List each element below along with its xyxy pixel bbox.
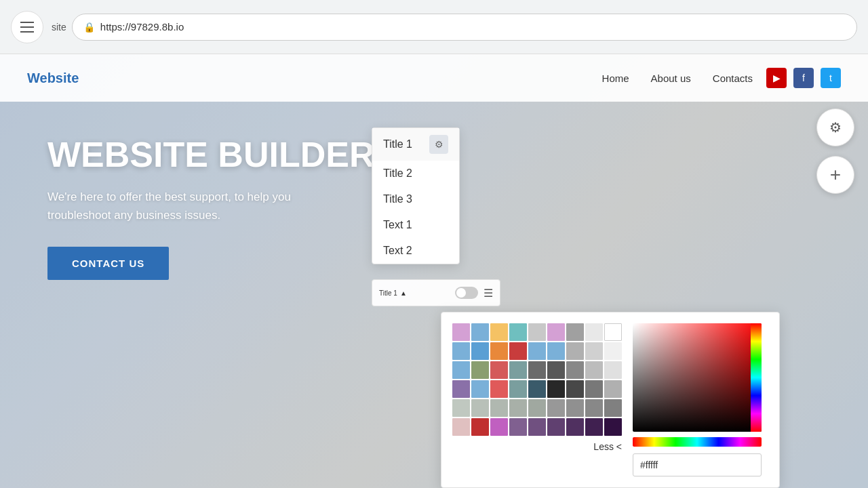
dropdown-item-label: Title 1 xyxy=(383,138,412,150)
url-bar-area: site 🔒 https://97829.8b.io xyxy=(52,14,857,41)
swatch[interactable] xyxy=(471,361,489,379)
swatch[interactable] xyxy=(604,342,622,360)
swatch[interactable] xyxy=(490,361,508,379)
toolbar-arrow-icon: ▲ xyxy=(400,289,407,297)
swatch[interactable] xyxy=(585,361,603,379)
nav-social: ▶ f t xyxy=(766,68,841,88)
less-button[interactable]: Less < xyxy=(452,441,622,452)
website-area: Website Home About us Contacts ▶ f t WEB… xyxy=(0,54,868,488)
youtube-icon[interactable]: ▶ xyxy=(766,68,787,88)
swatch[interactable] xyxy=(452,323,470,341)
settings-button[interactable]: ⚙ xyxy=(816,108,854,146)
swatch[interactable] xyxy=(490,323,508,341)
swatch[interactable] xyxy=(528,380,546,398)
swatch[interactable] xyxy=(547,418,565,436)
swatch[interactable] xyxy=(471,342,489,360)
swatch[interactable] xyxy=(604,418,622,436)
twitter-icon[interactable]: t xyxy=(821,68,841,88)
hero-title: WEBSITE BUILDER xyxy=(47,136,374,174)
swatch[interactable] xyxy=(528,361,546,379)
nav-logo: Website xyxy=(27,70,79,86)
swatch[interactable] xyxy=(452,342,470,360)
hamburger-icon xyxy=(20,22,34,33)
swatch[interactable] xyxy=(509,399,527,417)
swatch[interactable] xyxy=(585,323,603,341)
toolbar-toggle[interactable] xyxy=(455,287,478,299)
swatch-white[interactable] xyxy=(604,323,622,341)
item-settings-icon[interactable]: ⚙ xyxy=(429,135,448,154)
swatch[interactable] xyxy=(566,361,584,379)
swatch[interactable] xyxy=(471,323,489,341)
dropdown-item-label: Text 1 xyxy=(383,219,412,231)
align-icon[interactable]: ☰ xyxy=(484,287,493,300)
hero-subtitle: We're here to offer the best support, to… xyxy=(47,188,332,224)
toolbar-style-label[interactable]: Title 1 ▲ xyxy=(379,289,450,297)
swatch[interactable] xyxy=(585,399,603,417)
swatch[interactable] xyxy=(490,418,508,436)
facebook-icon[interactable]: f xyxy=(793,68,814,88)
rainbow-bar[interactable] xyxy=(633,437,762,447)
swatch[interactable] xyxy=(490,380,508,398)
swatch[interactable] xyxy=(547,361,565,379)
swatch[interactable] xyxy=(566,418,584,436)
lock-icon: 🔒 xyxy=(83,22,95,33)
site-label: site xyxy=(52,22,66,33)
swatch[interactable] xyxy=(604,361,622,379)
url-bar[interactable]: 🔒 https://97829.8b.io xyxy=(72,14,857,41)
url-text: https://97829.8b.io xyxy=(100,21,184,33)
swatch[interactable] xyxy=(490,342,508,360)
swatches-section: Less < xyxy=(452,323,622,476)
swatch[interactable] xyxy=(547,380,565,398)
contact-us-button[interactable]: CONTACT US xyxy=(47,247,169,280)
swatch[interactable] xyxy=(509,361,527,379)
swatch[interactable] xyxy=(547,323,565,341)
swatch[interactable] xyxy=(528,399,546,417)
swatch[interactable] xyxy=(604,399,622,417)
swatch[interactable] xyxy=(566,380,584,398)
toolbar-label-text: Title 1 xyxy=(379,289,397,297)
nav-link-contacts[interactable]: Contacts xyxy=(713,73,753,84)
dropdown-menu: Title 1 ⚙ Title 2 Title 3 Text 1 Text 2 xyxy=(372,127,460,264)
swatch[interactable] xyxy=(566,399,584,417)
swatch[interactable] xyxy=(471,380,489,398)
swatch[interactable] xyxy=(452,380,470,398)
dropdown-item-label: Text 2 xyxy=(383,245,412,257)
swatch[interactable] xyxy=(566,323,584,341)
swatch[interactable] xyxy=(547,342,565,360)
swatch[interactable] xyxy=(471,418,489,436)
browser-menu-button[interactable] xyxy=(11,11,43,43)
swatch[interactable] xyxy=(528,418,546,436)
dropdown-item-text2[interactable]: Text 2 xyxy=(372,238,459,264)
dropdown-item-text1[interactable]: Text 1 xyxy=(372,212,459,238)
swatch[interactable] xyxy=(452,418,470,436)
dropdown-item-title2[interactable]: Title 2 xyxy=(372,161,459,186)
swatch[interactable] xyxy=(509,418,527,436)
dropdown-item-title3[interactable]: Title 3 xyxy=(372,186,459,212)
swatch[interactable] xyxy=(604,380,622,398)
nav-links: Home About us Contacts xyxy=(602,73,753,84)
swatch[interactable] xyxy=(566,342,584,360)
swatch[interactable] xyxy=(528,323,546,341)
swatch[interactable] xyxy=(509,380,527,398)
text-format-toolbar: Title 1 ▲ ☰ xyxy=(372,279,500,306)
add-button[interactable]: + xyxy=(816,156,854,194)
swatch[interactable] xyxy=(452,361,470,379)
swatch[interactable] xyxy=(585,342,603,360)
swatch[interactable] xyxy=(490,399,508,417)
nav-link-about[interactable]: About us xyxy=(651,73,691,84)
swatch[interactable] xyxy=(471,399,489,417)
hex-input[interactable] xyxy=(633,453,762,476)
hero-content: WEBSITE BUILDER We're here to offer the … xyxy=(47,136,374,280)
swatch[interactable] xyxy=(509,323,527,341)
swatch[interactable] xyxy=(585,418,603,436)
gradient-canvas[interactable] xyxy=(633,323,762,432)
gradient-picker: ◂ xyxy=(633,323,768,476)
navigation-bar: Website Home About us Contacts ▶ f t xyxy=(0,54,868,102)
swatch[interactable] xyxy=(452,399,470,417)
swatch[interactable] xyxy=(585,380,603,398)
swatch[interactable] xyxy=(509,342,527,360)
nav-link-home[interactable]: Home xyxy=(602,73,629,84)
dropdown-item-title1[interactable]: Title 1 ⚙ xyxy=(372,128,459,161)
swatch[interactable] xyxy=(547,399,565,417)
swatch[interactable] xyxy=(528,342,546,360)
